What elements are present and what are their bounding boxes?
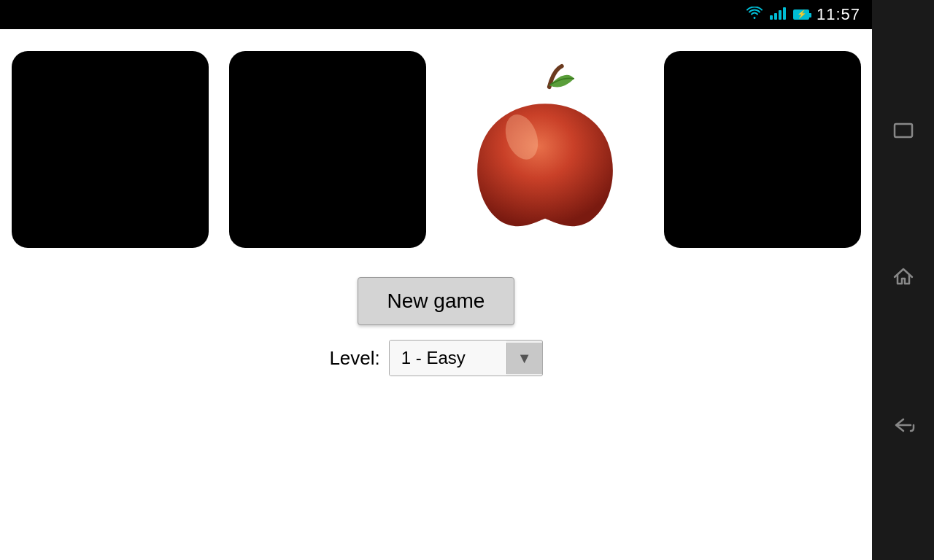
card-2[interactable] <box>229 51 426 248</box>
nav-bar <box>872 0 934 560</box>
apple-card[interactable] <box>447 51 644 248</box>
level-label: Level: <box>329 347 379 370</box>
level-select[interactable]: 1 - Easy ▼ <box>389 340 543 376</box>
back-icon[interactable] <box>890 412 916 443</box>
level-dropdown-arrow[interactable]: ▼ <box>506 343 542 374</box>
controls: New game Level: 1 - Easy ▼ <box>329 277 542 376</box>
level-select-value: 1 - Easy <box>390 341 506 376</box>
new-game-button[interactable]: New game <box>358 277 515 325</box>
battery-icon <box>793 9 809 20</box>
status-bar: 11:57 <box>0 0 872 29</box>
status-time: 11:57 <box>817 5 860 24</box>
svg-rect-1 <box>895 124 912 137</box>
recent-apps-icon[interactable] <box>890 117 916 148</box>
cards-row <box>0 29 872 270</box>
apple-icon <box>461 62 629 237</box>
level-row: Level: 1 - Easy ▼ <box>329 340 542 376</box>
main-content: New game Level: 1 - Easy ▼ <box>0 29 872 560</box>
card-1[interactable] <box>12 51 209 248</box>
signal-icon <box>770 7 786 23</box>
card-4[interactable] <box>664 51 861 248</box>
wifi-icon <box>746 7 763 23</box>
home-icon[interactable] <box>890 264 916 295</box>
